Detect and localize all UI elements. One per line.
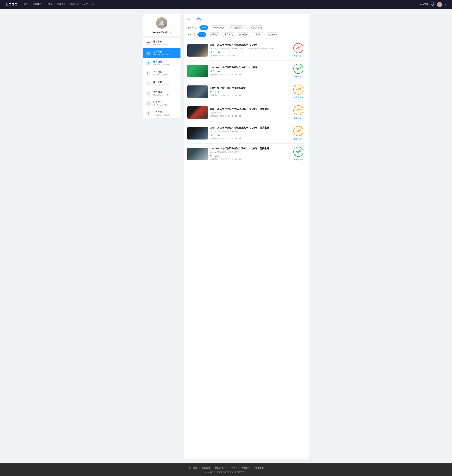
footer-link[interactable]: 加盟代理 — [199, 467, 213, 469]
exam-info: 2017–2018年行测证件考试全国统一（北京卷） 得分：99分 考试时间：20… — [210, 66, 289, 76]
logo: LOGO — [6, 2, 18, 7]
nav-link[interactable]: 首页 — [24, 3, 28, 6]
status-filter-btn[interactable]: 待批阅(2) — [251, 32, 265, 37]
exam-score: 得分：25分 — [210, 155, 289, 157]
exam-action: 待批阅 查看详情 — [291, 126, 306, 140]
nav-link[interactable]: 发现课程 — [33, 3, 42, 6]
footer-link[interactable]: 关于我们 — [186, 467, 199, 469]
sidebar-item-order[interactable]: 📄 订单管理 订单支出、明明白白 — [143, 98, 180, 109]
type-filter-btn[interactable]: 证书类考试(4) — [210, 26, 227, 30]
footer-link[interactable]: 合作伙伴 — [226, 467, 239, 469]
footer: 关于我们加盟代理网站地图合作伙伴免责声明招贤纳士 Copyright© 云朵商学… — [0, 463, 452, 476]
sidebar-item-account[interactable]: ♡ 账户中心 个人权益、实时掌握 — [143, 78, 180, 88]
status-stamp: 待批阅 — [292, 125, 305, 137]
navbar-right: APP下载 ▾ — [420, 2, 446, 7]
footer-link[interactable]: 招贤纳士 — [253, 467, 266, 469]
app-download[interactable]: APP下载 — [420, 3, 428, 6]
nav-link[interactable]: 问答社区 — [70, 3, 79, 6]
exam-time: 考试时间：2019–05–03 10:09:09 — [210, 54, 289, 57]
view-detail-link[interactable]: 查看详情 — [294, 117, 303, 120]
course-title: 课程中心 — [153, 40, 169, 43]
bell-icon[interactable] — [431, 3, 434, 6]
exam-title: 2017–2018年行测证件考试全国统一 — [210, 87, 289, 90]
exam-action: 待考试 查看详情 — [291, 84, 306, 99]
exam-score: 得分：99分 — [210, 91, 289, 94]
exam-item: 2017–2018年行测证件考试全国统一（北京卷）付费批卷 2018年行测考试是… — [187, 123, 306, 143]
settings-texts: 个人设置 个人信息、一键管理 — [153, 111, 169, 116]
exam-thumb — [187, 65, 208, 77]
course-subtitle: 精彩课程、不容错过 — [153, 43, 169, 46]
question-texts: 题库中心 海量习题、助力通关 — [153, 50, 169, 56]
view-detail-link[interactable]: 查看详情 — [294, 96, 303, 99]
type-filter-options: 全部证书类考试(4)随机抽题考试(5)付费批卷(6) — [199, 26, 264, 30]
settings-subtitle: 个人信息、一键管理 — [153, 114, 169, 116]
status-filter-btn[interactable]: 已通过(2) — [207, 32, 221, 37]
sidebar-menu: 📅 课程中心 精彩课程、不容错过 ≡ 题库中心 海量习题、助力通关 🏅 证书荣誉… — [143, 38, 180, 118]
exam-time: 考试时间：2019–05–03 10：09：09 — [210, 137, 289, 140]
status-stamp: 已通过 — [292, 63, 305, 75]
type-filter-btn[interactable]: 全部 — [199, 26, 208, 30]
exam-info: 2017–2018年行测证件考试全国统一（北京卷） 2018年行测考试是最值得多… — [210, 43, 289, 57]
nav-link[interactable]: ··· — [92, 3, 94, 6]
sidebar-item-course[interactable]: 📅 课程中心 精彩课程、不容错过 — [143, 38, 180, 48]
exam-title: 2017–2018年行测证件考试全国统一（北京卷）付费批卷 — [210, 108, 289, 110]
exam-thumb — [187, 44, 208, 57]
nav-link[interactable]: 公开课 — [46, 3, 53, 6]
exam-time: 考试时间：2019–05–03 10：09：09 — [210, 158, 289, 161]
edit-icon[interactable]: ✎ — [169, 31, 171, 33]
sidebar-item-question[interactable]: ≡ 题库中心 海量习题、助力通关 — [143, 48, 180, 58]
status-filter-row: 考试状态 全部已通过(2)未通过(2)待考试(2)待批阅(2)已批阅(2) — [187, 32, 306, 37]
sidebar-item-settings[interactable]: ⚙ 个人设置 个人信息、一键管理 — [143, 109, 180, 118]
exam-item: 2017–2018年行测证件考试全国统一（北京卷）付费批卷 得分：25分 考试时… — [187, 102, 306, 123]
sidebar-item-qa[interactable]: 💬 学习问答 课后重温、疑难解答 — [143, 68, 180, 78]
exam-info: 2017–2018年行测证件考试全国统一（北京卷）付费批卷 得分：25分 考试时… — [210, 108, 289, 117]
content-area: 题库考试 考试类型： 全部证书类考试(4)随机抽题考试(5)付费批卷(6) 考试… — [184, 14, 309, 459]
account-icon: ♡ — [146, 81, 151, 86]
footer-link[interactable]: 免责声明 — [239, 467, 253, 469]
course-icon: 📅 — [146, 41, 151, 46]
sidebar-item-cert[interactable]: 🏅 证书荣誉 收获荣誉、持证上岗 — [143, 58, 180, 68]
chevron-down-icon[interactable]: ▾ — [445, 3, 446, 6]
cert-title: 证书荣誉 — [153, 60, 169, 63]
exam-score-value: 25 — [216, 112, 219, 114]
status-filter-btn[interactable]: 待考试(2) — [237, 32, 250, 37]
exam-info: 2017–2018年行测证件考试全国统一（北京卷）付费批卷 2018年行测考试是… — [210, 147, 289, 161]
view-detail-link[interactable]: 查看详情 — [294, 158, 303, 161]
type-filter-btn[interactable]: 付费批卷(6) — [249, 26, 264, 30]
account-subtitle: 个人权益、实时掌握 — [153, 84, 169, 86]
exam-title: 2017–2018年行测证件考试全国统一（北京卷）付费批卷 — [210, 147, 289, 150]
exam-action: 未通过 查看详情 — [291, 43, 306, 57]
type-filter-btn[interactable]: 随机抽题考试(5) — [228, 26, 248, 30]
footer-link[interactable]: 网站地图 — [213, 467, 226, 469]
exam-action: 已通过 查看详情 — [291, 64, 306, 78]
qa-icon: 💬 — [146, 71, 151, 76]
exam-desc: 2018年行测考试是最值得多去研究 2018年行测考试是最值得多去研究 2018… — [210, 47, 276, 50]
top-tabs: 题库考试 — [187, 17, 306, 22]
nav-links: 首页发现课程公开课新闻资讯问答社区题库··· — [24, 3, 420, 6]
view-detail-link[interactable]: 查看详情 — [294, 75, 303, 78]
settings-icon: ⚙ — [146, 111, 151, 116]
nav-link[interactable]: 新闻资讯 — [57, 3, 66, 6]
main-wrapper: 🥇 Natalie Smith ✎ 📅 课程中心 精彩课程、不容错过 ≡ 题库中… — [140, 9, 312, 463]
status-filter-btn[interactable]: 全部 — [197, 32, 206, 37]
order-title: 订单管理 — [153, 101, 169, 103]
profile-name-text: Natalie Smith — [152, 31, 168, 34]
status-filter-btn[interactable]: 未通过(2) — [222, 32, 235, 37]
view-detail-link[interactable]: 查看详情 — [294, 55, 303, 57]
tab-考试[interactable]: 考试 — [196, 17, 200, 22]
status-filter-btn[interactable]: 已批阅(2) — [266, 32, 279, 37]
qa-subtitle: 课后重温、疑难解答 — [153, 74, 169, 76]
cert-texts: 证书荣誉 收获荣誉、持证上岗 — [153, 60, 169, 66]
exam-score-value: 25 — [216, 155, 219, 157]
exam-thumb — [187, 148, 208, 160]
sidebar-item-message[interactable]: ✉ 我的消息 消息通知、及时了解 — [143, 88, 180, 98]
avatar-nav[interactable] — [437, 2, 442, 7]
view-detail-link[interactable]: 查看详情 — [294, 138, 303, 140]
exam-title: 2017–2018年行测证件考试全国统一（北京卷）付费批卷 — [210, 126, 289, 129]
tab-题库[interactable]: 题库 — [187, 17, 192, 22]
nav-link[interactable]: 题库 — [83, 3, 88, 6]
exam-item: 2017–2018年行测证件考试全国统一（北京卷）付费批卷 2018年行测考试是… — [187, 143, 306, 164]
navbar: LOGO 首页发现课程公开课新闻资讯问答社区题库··· APP下载 ▾ — [0, 0, 452, 9]
exam-time: 考试时间：2019–05–03 10：09：09 — [210, 115, 289, 117]
footer-links: 关于我们加盟代理网站地图合作伙伴免责声明招贤纳士 — [3, 467, 449, 469]
